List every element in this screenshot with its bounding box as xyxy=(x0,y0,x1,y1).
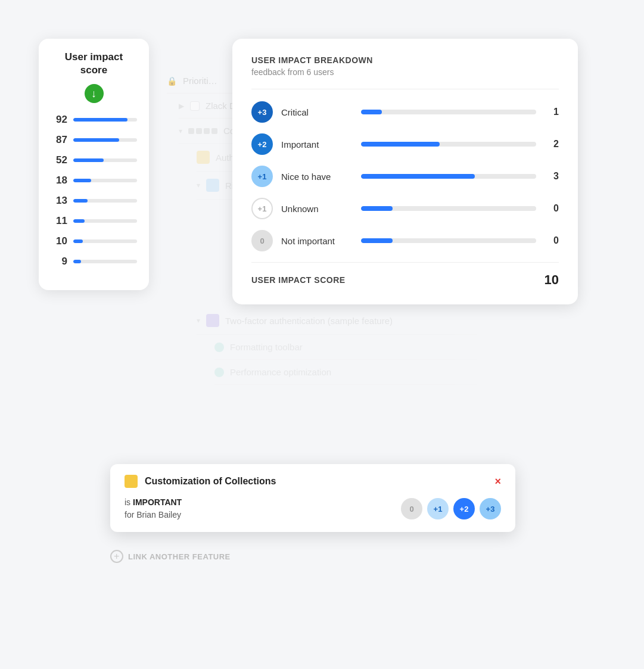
score-sidebar-title: User impact score xyxy=(51,51,137,77)
score-value: 87 xyxy=(51,134,67,146)
chevron-down-icon: ▾ xyxy=(179,127,182,135)
score-value: 52 xyxy=(51,154,67,166)
score-bar-background xyxy=(73,118,137,122)
impact-label: Important xyxy=(281,139,353,150)
impact-badge: +1 xyxy=(251,198,273,219)
score-value: 9 xyxy=(51,256,67,267)
sort-button[interactable]: ↓ xyxy=(51,84,137,103)
breakdown-footer: USER IMPACT SCORE 10 xyxy=(251,262,559,288)
score-value: 18 xyxy=(51,175,67,186)
score-value: 11 xyxy=(51,215,67,227)
score-bar-background xyxy=(73,158,137,162)
impact-bar-fill xyxy=(361,110,382,114)
score-bar-background xyxy=(73,219,137,223)
impact-count: 2 xyxy=(545,139,559,150)
impact-badge: +1 xyxy=(251,166,273,187)
score-bar-fill xyxy=(73,179,91,182)
impact-bar-background xyxy=(361,174,536,179)
tooltip-body: is IMPORTANT for Brian Bailey 0+1+2+3 xyxy=(125,496,501,521)
score-bar-background xyxy=(73,138,137,142)
impact-count: 0 xyxy=(545,203,559,214)
list-item: Formatting toolbar xyxy=(214,335,477,360)
impact-bar-fill xyxy=(361,174,475,179)
score-bar-background xyxy=(73,199,137,203)
score-row: 11 xyxy=(51,215,137,227)
impact-badge: +2 xyxy=(251,133,273,155)
two-factor-label: Two-factor authentication (sample featur… xyxy=(225,316,393,326)
link-plus-icon: + xyxy=(110,550,123,563)
impact-bar-fill xyxy=(361,238,393,243)
impact-label: Not important xyxy=(281,236,353,246)
impact-count: 1 xyxy=(545,107,559,117)
formatting-label: Formatting toolbar xyxy=(230,342,303,352)
breakdown-subtitle: feedback from 6 users xyxy=(251,67,559,77)
score-rows: 92 87 52 18 13 11 xyxy=(51,114,137,267)
tooltip-emphasis: IMPORTANT xyxy=(133,497,182,507)
score-bar-fill xyxy=(73,260,81,263)
impact-label: Unknown xyxy=(281,204,353,214)
breakdown-row: +3 Critical 1 xyxy=(251,101,559,123)
prioritize-label: Prioriti… xyxy=(183,76,217,86)
score-sidebar: User impact score ↓ 92 87 52 18 xyxy=(39,39,149,290)
feature-tooltip: Customization of Collections × is IMPORT… xyxy=(110,464,515,532)
tooltip-title: Customization of Collections xyxy=(145,476,276,487)
score-value: 13 xyxy=(51,195,67,207)
score-bar-fill xyxy=(73,219,85,223)
footer-score: 10 xyxy=(545,272,559,288)
tooltip-feature-icon xyxy=(125,475,138,488)
impact-label: Nice to have xyxy=(281,172,353,182)
breakdown-row: +1 Nice to have 3 xyxy=(251,166,559,187)
impact-bar-background xyxy=(361,206,536,211)
breakdown-row: 0 Not important 0 xyxy=(251,230,559,251)
tooltip-badge[interactable]: +1 xyxy=(427,498,449,519)
sort-circle: ↓ xyxy=(85,84,104,103)
score-row: 9 xyxy=(51,256,137,267)
impact-badge: +3 xyxy=(251,101,273,123)
tooltip-close-button[interactable]: × xyxy=(494,476,501,487)
score-bar-fill xyxy=(73,138,119,142)
link-another-feature[interactable]: + LINK ANOTHER FEATURE xyxy=(110,550,231,563)
lock-icon: 🔒 xyxy=(167,76,177,86)
score-bar-fill xyxy=(73,199,88,203)
score-value: 92 xyxy=(51,114,67,126)
breakdown-row: +1 Unknown 0 xyxy=(251,198,559,219)
breakdown-panel: USER IMPACT BREAKDOWN feedback from 6 us… xyxy=(232,39,578,304)
sort-icon: ↓ xyxy=(91,88,97,100)
impact-bar-background xyxy=(361,110,536,114)
feature-icon xyxy=(214,343,224,352)
link-label: LINK ANOTHER FEATURE xyxy=(128,552,231,561)
impact-badge: 0 xyxy=(251,230,273,251)
impact-bar-background xyxy=(361,238,536,243)
score-row: 52 xyxy=(51,154,137,166)
impact-label: Critical xyxy=(281,107,353,117)
list-item: Performance optimization xyxy=(214,360,477,385)
score-row: 18 xyxy=(51,175,137,186)
performance-label: Performance optimization xyxy=(230,367,331,377)
impact-count: 0 xyxy=(545,235,559,246)
score-row: 10 xyxy=(51,235,137,247)
score-bar-background xyxy=(73,179,137,182)
footer-label: USER IMPACT SCORE xyxy=(251,275,346,285)
tooltip-badge[interactable]: 0 xyxy=(401,498,422,519)
impact-count: 3 xyxy=(545,171,559,182)
tooltip-suffix: for Brian Bailey xyxy=(125,510,181,519)
chevron-down-icon: ▾ xyxy=(197,316,200,325)
breakdown-row: +2 Important 2 xyxy=(251,133,559,155)
feature-icon xyxy=(214,368,224,377)
score-row: 13 xyxy=(51,195,137,207)
impact-bar-background xyxy=(361,142,536,147)
tooltip-header: Customization of Collections × xyxy=(125,475,501,488)
score-row: 87 xyxy=(51,134,137,146)
tooltip-badge[interactable]: +2 xyxy=(453,498,475,519)
score-bar-fill xyxy=(73,158,104,162)
tooltip-title-row: Customization of Collections xyxy=(125,475,276,488)
impact-bar-fill xyxy=(361,142,440,147)
tooltip-text: is IMPORTANT for Brian Bailey xyxy=(125,496,182,521)
score-value: 10 xyxy=(51,235,67,247)
breakdown-rows: +3 Critical 1 +2 Important 2 +1 Nice to … xyxy=(251,101,559,251)
checkbox xyxy=(190,101,200,111)
tooltip-badge[interactable]: +3 xyxy=(480,498,501,519)
score-bar-fill xyxy=(73,118,127,122)
tooltip-badges: 0+1+2+3 xyxy=(401,498,501,519)
feature-icon xyxy=(206,179,219,192)
